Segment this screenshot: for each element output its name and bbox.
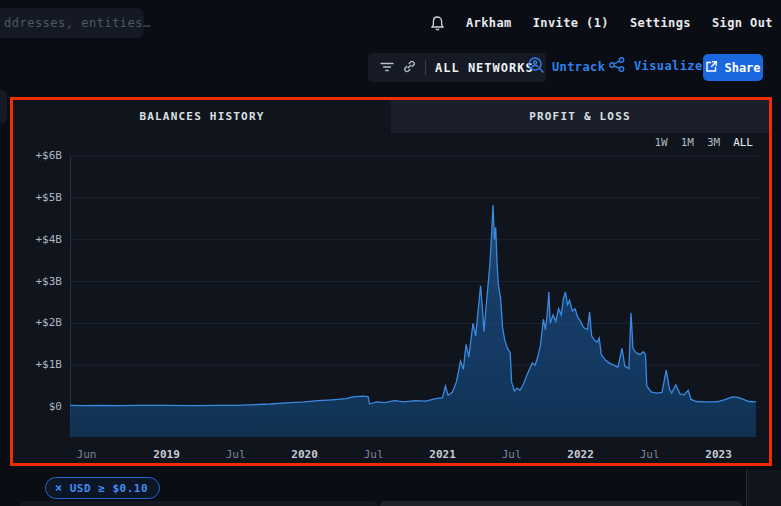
y-tick-label: +$5B [17,191,62,205]
usd-filter-chip[interactable]: × USD ≥ $0.10 [45,477,160,499]
y-axis-labels: +$6B+$5B+$4B+$3B+$2B+$1B$0 [21,150,66,437]
y-tick-label: +$2B [17,316,62,330]
untrack-user-search-icon [527,56,545,77]
visualize-button[interactable]: Visualize [608,56,703,76]
range-1w[interactable]: 1W [654,136,667,149]
x-tick-label: Jul [502,448,522,461]
y-tick-label: +$3B [17,275,62,289]
y-tick-label: +$1B [17,358,62,372]
x-tick-label: 2019 [153,448,180,461]
balances-history-chart[interactable] [70,150,760,437]
y-tick-label: +$6B [17,149,62,163]
close-icon[interactable]: × [55,482,63,494]
tab-balances-history[interactable]: BALANCES HISTORY [13,100,391,133]
share-button[interactable]: Share [703,54,763,81]
untrack-label: Untrack [552,60,605,74]
usd-filter-label: USD ≥ $0.10 [70,482,148,495]
x-tick-label: Jul [226,448,246,461]
x-tick-label: 2021 [429,448,456,461]
bottom-right-panel-edge [746,470,781,506]
x-tick-label: 2023 [705,448,732,461]
all-networks-label: ALL NETWORKS [435,61,534,75]
background-panel-edge [0,90,7,124]
top-navigation: Arkham Invite (1) Settings Sign Out [430,10,773,36]
x-tick-label: 2020 [291,448,318,461]
tab-profit-loss[interactable]: PROFIT & LOSS [391,100,769,133]
nav-invite[interactable]: Invite (1) [533,16,609,30]
nav-arkham[interactable]: Arkham [466,16,512,30]
search-input[interactable]: ddresses, entities… [0,8,144,38]
x-tick-label: Jul [640,448,660,461]
range-3m[interactable]: 3M [707,136,720,149]
nav-sign-out[interactable]: Sign Out [712,16,773,30]
toolbar-divider [425,60,426,75]
range-1m[interactable]: 1M [681,136,694,149]
visualize-label: Visualize [634,59,703,73]
x-tick-label: Jul [364,448,384,461]
all-networks-selector[interactable]: ALL NETWORKS [368,53,546,82]
share-label: Share [724,61,760,75]
x-axis-labels: Jun2019Jul2020Jul2021Jul2022Jul2023 [70,448,760,462]
share-icon [705,60,718,76]
notifications-bell-icon[interactable] [430,15,445,32]
bottom-panel-right-edge [380,501,742,506]
bottom-panel-left-edge [20,501,378,506]
y-tick-label: $0 [17,400,62,414]
graph-icon [608,56,627,76]
y-tick-label: +$4B [17,233,62,247]
range-all[interactable]: ALL [733,136,753,149]
untrack-button[interactable]: Untrack [527,56,605,77]
balance-line [70,205,756,406]
time-range-selector: 1W 1M 3M ALL [654,136,753,149]
link-icon [403,58,416,77]
x-tick-label: Jun [77,448,97,461]
nav-settings[interactable]: Settings [630,16,691,30]
search-placeholder: ddresses, entities… [4,16,151,30]
chart-tabbar: BALANCES HISTORY PROFIT & LOSS [13,100,769,133]
balances-history-panel: BALANCES HISTORY PROFIT & LOSS 1W 1M 3M … [10,97,772,466]
x-tick-label: 2022 [567,448,594,461]
filter-icon [380,58,394,77]
